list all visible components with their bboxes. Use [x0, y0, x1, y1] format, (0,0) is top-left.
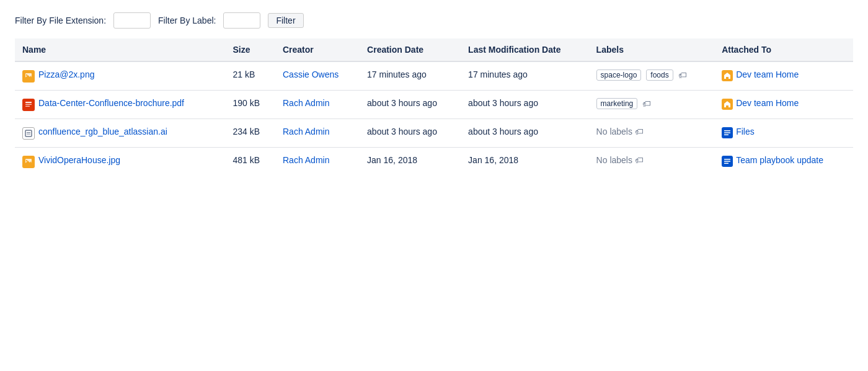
file-link[interactable]: VividOperaHouse.jpg: [38, 155, 120, 165]
filter-bar: Filter By File Extension: Filter By Labe…: [15, 12, 853, 29]
attached-to-cell: Files: [714, 119, 853, 148]
label-tag[interactable]: marketing: [596, 98, 638, 109]
svg-rect-6: [25, 104, 32, 105]
extension-filter-input[interactable]: [113, 12, 151, 29]
add-label-icon[interactable]: 🏷: [635, 127, 644, 136]
labels-cell: space-logofoods🏷: [589, 61, 715, 91]
labels-wrapper: No labels🏷: [596, 127, 707, 136]
creator-link[interactable]: Rach Admin: [283, 155, 329, 165]
col-header-creator: Creator: [275, 38, 360, 61]
col-header-last-modification-date: Last Modification Date: [461, 38, 588, 61]
file-name-wrapper: confluence_rgb_blue_atlassian.ai: [22, 127, 218, 140]
svg-rect-19: [724, 161, 730, 162]
svg-rect-13: [724, 135, 728, 136]
creation-date: Jan 16, 2018: [360, 148, 461, 176]
col-header-creation-date: Creation Date: [360, 38, 461, 61]
svg-rect-18: [724, 159, 730, 160]
no-labels-text: No labels: [596, 127, 632, 136]
attached-to-cell: Team playbook update: [714, 148, 853, 176]
attached-to-icon: [722, 70, 733, 81]
last-modification-date: Jan 16, 2018: [461, 148, 588, 176]
attached-to-link[interactable]: Files: [722, 127, 846, 138]
attached-to-icon: [722, 99, 733, 110]
file-link[interactable]: Data-Center-Confluence-brochure.pdf: [38, 98, 184, 108]
file-size: 190 kB: [225, 91, 275, 119]
creator-link[interactable]: Rach Admin: [283, 127, 329, 136]
col-header-labels: Labels: [589, 38, 715, 61]
labels-wrapper: No labels🏷: [596, 155, 707, 165]
svg-point-2: [26, 74, 27, 76]
file-link[interactable]: confluence_rgb_blue_atlassian.ai: [38, 127, 167, 136]
attached-to-text: Dev team Home: [736, 98, 799, 108]
table-row: Data-Center-Confluence-brochure.pdf 190 …: [15, 91, 853, 119]
svg-rect-10: [27, 134, 30, 135]
attached-to-cell: Dev team Home: [714, 61, 853, 91]
creation-date: 17 minutes ago: [360, 61, 461, 91]
add-label-icon[interactable]: 🏷: [635, 155, 644, 165]
label-tag[interactable]: space-logo: [596, 69, 642, 81]
labels-wrapper: space-logofoods🏷: [596, 69, 707, 81]
file-link[interactable]: Pizza@2x.png: [38, 69, 94, 79]
attached-to-cell: Dev team Home: [714, 91, 853, 119]
svg-point-16: [26, 160, 27, 161]
labels-cell: No labels🏷: [589, 148, 715, 176]
creation-date: about 3 hours ago: [360, 91, 461, 119]
label-filter-input[interactable]: [223, 12, 260, 29]
attachments-table: Name Size Creator Creation Date Last Mod…: [15, 38, 853, 176]
attached-to-text: Team playbook update: [736, 155, 823, 165]
attached-to-link[interactable]: Team playbook update: [722, 155, 846, 167]
filter-button[interactable]: Filter: [268, 13, 303, 28]
svg-rect-7: [25, 106, 30, 107]
svg-rect-8: [25, 130, 32, 136]
creation-date: about 3 hours ago: [360, 119, 461, 148]
file-size: 21 kB: [225, 61, 275, 91]
add-label-icon[interactable]: 🏷: [678, 70, 687, 80]
col-header-attached-to: Attached To: [714, 38, 853, 61]
extension-filter-label: Filter By File Extension:: [15, 16, 106, 25]
file-name-wrapper: Pizza@2x.png: [22, 69, 218, 83]
table-row: Pizza@2x.png 21 kBCassie Owens17 minutes…: [15, 61, 853, 91]
svg-rect-11: [724, 130, 730, 132]
col-header-name: Name: [15, 38, 225, 61]
col-header-size: Size: [225, 38, 275, 61]
svg-rect-20: [724, 163, 728, 164]
no-labels-text: No labels: [596, 155, 632, 165]
file-name-wrapper: Data-Center-Confluence-brochure.pdf: [22, 98, 218, 111]
file-creator: Rach Admin: [275, 91, 360, 119]
file-size: 481 kB: [225, 148, 275, 176]
last-modification-date: about 3 hours ago: [461, 119, 588, 148]
file-creator: Rach Admin: [275, 148, 360, 176]
file-name-cell-1: Data-Center-Confluence-brochure.pdf: [15, 91, 225, 119]
table-row: VividOperaHouse.jpg 481 kBRach AdminJan …: [15, 148, 853, 176]
file-icon: [22, 70, 35, 83]
creator-link[interactable]: Rach Admin: [283, 98, 329, 108]
file-icon: [22, 127, 35, 140]
file-name-wrapper: VividOperaHouse.jpg: [22, 155, 218, 168]
creator-link[interactable]: Cassie Owens: [283, 69, 339, 79]
file-creator: Rach Admin: [275, 119, 360, 148]
attached-to-icon: [722, 127, 733, 138]
labels-cell: marketing🏷: [589, 91, 715, 119]
attached-to-text: Files: [736, 127, 755, 136]
attached-to-icon: [722, 156, 733, 167]
labels-cell: No labels🏷: [589, 119, 715, 148]
file-name-cell-3: VividOperaHouse.jpg: [15, 148, 225, 176]
file-creator: Cassie Owens: [275, 61, 360, 91]
svg-rect-5: [25, 102, 32, 103]
file-icon: [22, 156, 35, 168]
file-name-cell-2: confluence_rgb_blue_atlassian.ai: [15, 119, 225, 148]
add-label-icon[interactable]: 🏷: [642, 99, 651, 109]
svg-rect-9: [27, 132, 30, 133]
table-row: confluence_rgb_blue_atlassian.ai 234 kBR…: [15, 119, 853, 148]
last-modification-date: 17 minutes ago: [461, 61, 588, 91]
file-icon: [22, 99, 35, 111]
attached-to-link[interactable]: Dev team Home: [722, 98, 846, 110]
label-tag[interactable]: foods: [646, 69, 673, 81]
file-size: 234 kB: [225, 119, 275, 148]
attached-to-text: Dev team Home: [736, 69, 799, 79]
label-filter-label: Filter By Label:: [158, 16, 216, 25]
attached-to-link[interactable]: Dev team Home: [722, 69, 846, 81]
table-header-row: Name Size Creator Creation Date Last Mod…: [15, 38, 853, 61]
file-name-cell-0: Pizza@2x.png: [15, 61, 225, 91]
labels-wrapper: marketing🏷: [596, 98, 707, 109]
